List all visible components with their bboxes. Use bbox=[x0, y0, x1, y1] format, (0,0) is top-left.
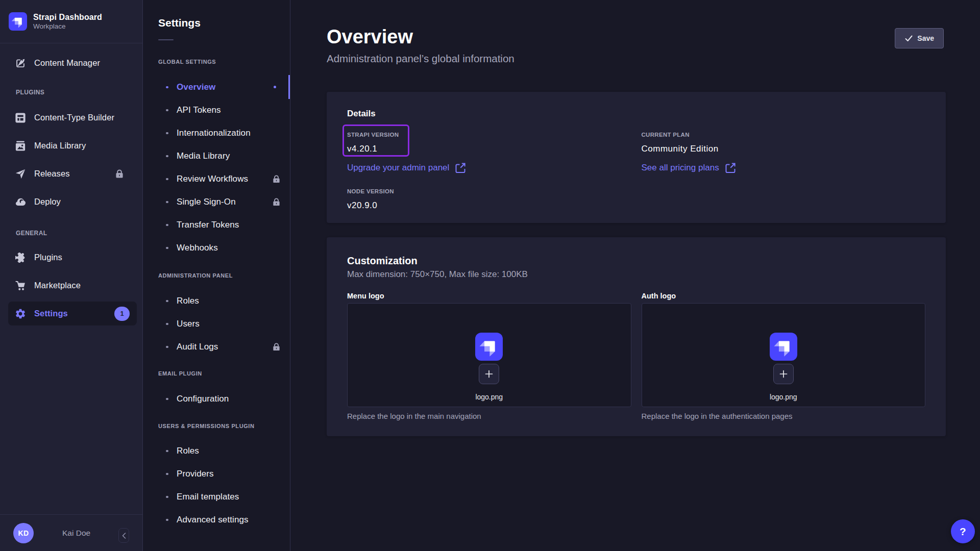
subnav-title: Settings bbox=[158, 15, 290, 31]
bullet-icon bbox=[166, 155, 168, 158]
add-menu-logo-button[interactable] bbox=[479, 364, 499, 384]
sidebar-item-label: Releases bbox=[34, 169, 70, 179]
notification-dot bbox=[274, 86, 276, 88]
node-version-label: NODE VERSION bbox=[347, 188, 631, 195]
details-title: Details bbox=[347, 109, 925, 119]
sidebar-item-label: Deploy bbox=[34, 197, 61, 207]
sidebar-footer: KD Kai Doe bbox=[0, 514, 142, 551]
subnav-item-users[interactable]: Users bbox=[143, 312, 290, 335]
subnav-item-transfer-tokens[interactable]: Transfer Tokens bbox=[143, 213, 290, 236]
bullet-icon bbox=[166, 109, 168, 112]
app-window: Strapi Dashboard Workplace Content Manag… bbox=[0, 0, 980, 551]
bullet-icon bbox=[166, 300, 168, 303]
pricing-plans-link[interactable]: See all pricing plans bbox=[642, 163, 736, 173]
sidebar-item-deploy[interactable]: Deploy bbox=[8, 190, 137, 214]
sidebar-item-content-type-builder[interactable]: Content-Type Builder bbox=[8, 106, 137, 130]
collapse-sidebar-button[interactable] bbox=[118, 528, 129, 543]
sidebar-item-label: Settings bbox=[34, 309, 68, 318]
subnav-item-media-library[interactable]: Media Library bbox=[143, 144, 290, 167]
subnav-item-advanced-settings[interactable]: Advanced settings bbox=[143, 508, 290, 531]
releases-icon bbox=[15, 169, 26, 179]
subnav-item-roles[interactable]: Roles bbox=[143, 289, 290, 312]
subnav-item-up-roles[interactable]: Roles bbox=[143, 439, 290, 462]
subnav-item-providers[interactable]: Providers bbox=[143, 462, 290, 485]
plugins-icon bbox=[15, 253, 26, 263]
bullet-icon bbox=[166, 346, 168, 348]
sidebar-item-label: Media Library bbox=[34, 141, 86, 151]
auth-logo-dropzone[interactable]: logo.png bbox=[642, 303, 926, 407]
auth-logo-column: Auth logo logo.png Replace the logo in t… bbox=[642, 291, 926, 421]
page-title: Overview bbox=[327, 27, 514, 47]
current-plan-field: CURRENT PLAN Community Edition bbox=[642, 131, 926, 155]
subnav-item-overview[interactable]: Overview bbox=[143, 76, 290, 98]
node-version-field: NODE VERSION v20.9.0 bbox=[347, 188, 631, 211]
sidebar-item-label: Marketplace bbox=[34, 281, 81, 290]
workspace-header[interactable]: Strapi Dashboard Workplace bbox=[0, 0, 142, 43]
sidebar-item-label: Plugins bbox=[34, 253, 62, 262]
bullet-icon bbox=[166, 201, 168, 204]
subnav-item-audit-logs[interactable]: Audit Logs bbox=[143, 335, 290, 358]
sidebar-item-media-library[interactable]: Media Library bbox=[8, 134, 137, 158]
help-button[interactable]: ? bbox=[951, 519, 975, 543]
strapi-version-label: STRAPI VERSION bbox=[347, 131, 631, 139]
sidebar-item-plugins[interactable]: Plugins bbox=[8, 245, 137, 269]
media-library-icon bbox=[15, 141, 26, 151]
bullet-icon bbox=[166, 323, 168, 325]
bullet-icon bbox=[166, 247, 168, 249]
workspace-subtitle: Workplace bbox=[33, 22, 102, 31]
subnav-item-webhooks[interactable]: Webhooks bbox=[143, 236, 290, 259]
bullet-icon bbox=[166, 178, 168, 181]
node-version-value: v20.9.0 bbox=[347, 200, 631, 211]
customization-card: Customization Max dimension: 750×750, Ma… bbox=[327, 237, 946, 436]
sidebar-section-plugins: PLUGINS bbox=[0, 89, 142, 96]
bullet-icon bbox=[166, 132, 168, 135]
strapi-version-value: v4.20.1 bbox=[347, 143, 631, 155]
subnav-section-users-permissions: USERS & PERMISSIONS PLUGIN bbox=[158, 422, 290, 430]
sidebar-item-label: Content Manager bbox=[34, 58, 100, 68]
subnav-item-review-workflows[interactable]: Review Workflows bbox=[143, 167, 290, 190]
page-subtitle: Administration panel’s global informatio… bbox=[327, 52, 514, 65]
add-auth-logo-button[interactable] bbox=[773, 364, 794, 384]
content-manager-icon bbox=[15, 58, 26, 68]
sidebar-item-settings[interactable]: Settings 1 bbox=[8, 302, 137, 325]
workspace-title: Strapi Dashboard bbox=[33, 12, 102, 22]
menu-logo-label: Menu logo bbox=[347, 291, 631, 300]
main-nav: Content Manager PLUGINS Content-Type Bui… bbox=[0, 43, 142, 514]
user-name: Kai Doe bbox=[62, 529, 90, 538]
subnav-item-single-sign-on[interactable]: Single Sign-On bbox=[143, 190, 290, 213]
menu-logo-dropzone[interactable]: logo.png bbox=[347, 303, 631, 407]
save-button[interactable]: Save bbox=[895, 28, 944, 48]
external-link-icon bbox=[455, 163, 465, 173]
sidebar-item-content-manager[interactable]: Content Manager bbox=[8, 51, 137, 75]
auth-logo-preview bbox=[770, 333, 797, 361]
menu-logo-preview bbox=[475, 333, 503, 361]
subnav-item-email-templates[interactable]: Email templates bbox=[143, 485, 290, 508]
current-plan-label: CURRENT PLAN bbox=[642, 131, 926, 139]
subnav-section-email-plugin: EMAIL PLUGIN bbox=[158, 370, 290, 377]
menu-logo-caption: Replace the logo in the main navigation bbox=[347, 411, 631, 421]
sidebar-item-releases[interactable]: Releases bbox=[8, 162, 137, 186]
subnav-item-internationalization[interactable]: Internationalization bbox=[143, 121, 290, 144]
menu-logo-column: Menu logo logo.png Replace the logo in t… bbox=[347, 291, 631, 421]
current-plan-value: Community Edition bbox=[642, 143, 926, 155]
sidebar-section-general: GENERAL bbox=[0, 230, 142, 237]
active-indicator bbox=[288, 75, 290, 99]
subnav-item-api-tokens[interactable]: API Tokens bbox=[143, 98, 290, 121]
marketplace-icon bbox=[15, 281, 26, 291]
user-avatar[interactable]: KD bbox=[13, 523, 34, 543]
subnav-section-global-settings: GLOBAL SETTINGS bbox=[158, 58, 290, 65]
upgrade-admin-panel-link[interactable]: Upgrade your admin panel bbox=[347, 163, 465, 173]
bullet-icon bbox=[166, 450, 168, 453]
sidebar-item-marketplace[interactable]: Marketplace bbox=[8, 273, 137, 297]
subnav-divider bbox=[158, 39, 174, 40]
lock-icon bbox=[273, 343, 280, 351]
bullet-icon bbox=[166, 224, 168, 227]
customization-title: Customization bbox=[347, 254, 925, 267]
subnav-item-configuration[interactable]: Configuration bbox=[143, 387, 290, 410]
deploy-icon bbox=[15, 197, 26, 207]
subnav-section-administration-panel: ADMINISTRATION PANEL bbox=[158, 272, 290, 279]
main-sidebar: Strapi Dashboard Workplace Content Manag… bbox=[0, 0, 143, 551]
sidebar-item-label: Content-Type Builder bbox=[34, 113, 114, 122]
settings-notification-badge: 1 bbox=[114, 307, 130, 321]
page-header: Overview Administration panel’s global i… bbox=[327, 0, 946, 65]
